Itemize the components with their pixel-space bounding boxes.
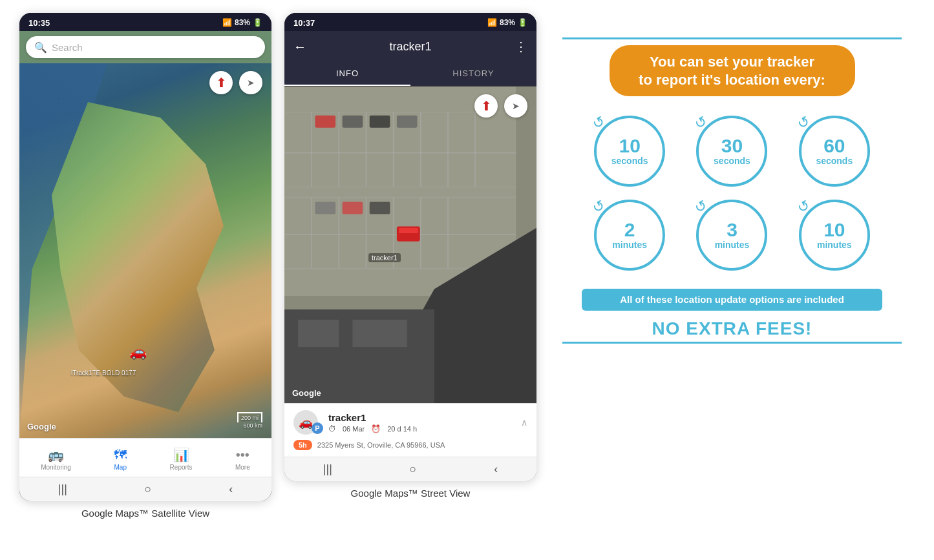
tracker-duration: 20 d 14 h	[387, 425, 417, 433]
circle-arrow-3: ↺	[794, 112, 813, 133]
bottom-line-decoration	[562, 342, 902, 344]
map-satellite-area: ⬆ ➤ 🚗 iTrack1TE BOLD 0177 Google 200 mi …	[19, 63, 271, 438]
nav-map-label: Map	[114, 464, 127, 471]
phone2-status-bar: 10:37 📶 83% 🔋	[284, 13, 536, 31]
svg-rect-29	[315, 202, 335, 214]
circle-arrow-5: ↺	[692, 196, 710, 217]
svg-rect-26	[343, 116, 363, 128]
android-home-btn[interactable]: ○	[145, 482, 152, 496]
android-menu-btn[interactable]: |||	[58, 482, 67, 496]
nav-monitoring[interactable]: 🚌 Monitoring	[41, 447, 71, 471]
phone1-time: 10:35	[28, 18, 50, 28]
more-options-icon[interactable]: ⋮	[515, 39, 527, 54]
scroll-up-icon[interactable]: ∧	[521, 417, 527, 428]
compass2-icon[interactable]: ⬆	[474, 94, 498, 118]
top-line-decoration	[562, 37, 902, 39]
search-icon: 🔍	[35, 41, 47, 53]
compass-icon[interactable]: ⬆	[209, 71, 233, 94]
circle-10m: ↺ 10 minutes	[787, 200, 882, 271]
info-headline: You can set your tracker to report it's …	[628, 53, 837, 88]
search-placeholder: Search	[52, 42, 83, 53]
nav-reports[interactable]: 📊 Reports	[170, 447, 193, 471]
android-home-btn2[interactable]: ○	[410, 462, 417, 476]
circle-60s: ↺ 60 seconds	[787, 116, 882, 187]
phone2-caption: Google Maps™ Street View	[284, 488, 536, 499]
back-icon[interactable]: ←	[293, 39, 306, 54]
svg-rect-31	[370, 202, 390, 214]
google-logo2: Google	[292, 388, 321, 398]
info-included-text: All of these location update options are…	[620, 294, 844, 305]
nav-map[interactable]: 🗺 Map	[114, 448, 127, 471]
android-back-btn2[interactable]: ‹	[494, 462, 498, 476]
tracker-time-badge: 5h	[293, 440, 312, 450]
tracker-name: tracker1	[328, 412, 417, 423]
phone2-mockup: 10:37 📶 83% 🔋 ← tracker1 ⋮ INFO HISTORY	[284, 13, 536, 481]
phone2-header: ← tracker1 ⋮	[284, 31, 536, 62]
nav-more-label: More	[235, 464, 250, 471]
circle-3m: ↺ 3 minutes	[684, 200, 780, 271]
tracker-map-label: tracker1	[368, 253, 401, 262]
info-included-box: All of these location update options are…	[582, 289, 882, 311]
android-back-btn[interactable]: ‹	[229, 482, 233, 496]
circle-arrow-6: ↺	[794, 196, 813, 217]
phone1-battery-icon: 🔋	[253, 18, 262, 27]
circles-grid: ↺ 10 seconds ↺ 30 seconds ↺	[582, 116, 882, 271]
svg-rect-27	[370, 116, 390, 128]
map-device-label: iTrack1TE BOLD 0177	[71, 369, 136, 377]
phone1-caption: Google Maps™ Satellite View	[19, 508, 271, 519]
phone2-time: 10:37	[293, 18, 315, 28]
map-street-area: ⬆ ➤ tracker1 Google	[284, 87, 536, 403]
tracker-info-panel: 🚗 P tracker1 ⏱ 06 Mar ⏰ 20 d 14 h	[284, 403, 536, 457]
bottom-nav: 🚌 Monitoring 🗺 Map 📊 Reports ••• More	[19, 438, 271, 477]
nav-reports-label: Reports	[170, 464, 193, 471]
info-no-fees: NO EXTRA FEES!	[582, 318, 882, 339]
svg-rect-30	[343, 202, 363, 214]
circle-arrow-1: ↺	[589, 112, 608, 133]
map-scale: 200 mi 600 km	[237, 412, 262, 429]
tracker-date: 06 Mar	[343, 425, 365, 433]
google-logo: Google	[27, 422, 56, 431]
tracker-title: tracker1	[389, 40, 431, 54]
map-icon: 🗺	[114, 448, 127, 462]
android-menu-btn2[interactable]: |||	[323, 462, 332, 476]
info-card: You can set your tracker to report it's …	[562, 26, 902, 355]
phone1-search-bar[interactable]: 🔍 Search	[26, 36, 265, 58]
nav-monitoring-label: Monitoring	[41, 464, 71, 471]
phone1-signal: 📶	[222, 18, 232, 27]
more-icon: •••	[236, 448, 249, 462]
location-icon[interactable]: ➤	[239, 71, 262, 94]
android-nav-bar2: ||| ○ ‹	[284, 457, 536, 481]
location2-icon[interactable]: ➤	[504, 94, 527, 118]
svg-rect-28	[397, 116, 418, 128]
phone1-battery: 83%	[235, 18, 250, 27]
reports-icon: 📊	[173, 447, 189, 462]
circle-10s: ↺ 10 seconds	[582, 116, 677, 187]
phone2-signal: 📶	[487, 18, 497, 27]
phone2-tabs: INFO HISTORY	[284, 62, 536, 87]
map-marker: 🚗	[129, 344, 147, 360]
monitoring-icon: 🚌	[48, 447, 64, 462]
tab-info[interactable]: INFO	[284, 62, 410, 86]
svg-rect-25	[315, 116, 335, 128]
tracker-address: 2325 Myers St, Oroville, CA 95966, USA	[317, 441, 527, 449]
tab-history[interactable]: HISTORY	[410, 62, 536, 86]
phone1-status-bar: 10:35 📶 83% 🔋	[19, 13, 271, 31]
tracker-parking-badge: P	[312, 422, 323, 434]
infographic-section: You can set your tracker to report it's …	[549, 13, 915, 355]
svg-rect-23	[298, 320, 339, 347]
circle-2m: ↺ 2 minutes	[582, 200, 677, 271]
phone1-mockup: 10:35 📶 83% 🔋 🔍 Search ⬆	[19, 13, 271, 501]
phone2-battery: 83%	[500, 18, 515, 27]
svg-rect-33	[399, 228, 418, 233]
android-nav-bar: ||| ○ ‹	[19, 477, 271, 501]
circle-30s: ↺ 30 seconds	[684, 116, 780, 187]
svg-rect-24	[352, 320, 407, 347]
circle-arrow-4: ↺	[589, 196, 608, 217]
phone2-battery-icon: 🔋	[518, 18, 527, 27]
circle-arrow-2: ↺	[692, 112, 710, 133]
info-headline-box: You can set your tracker to report it's …	[610, 45, 855, 96]
nav-more[interactable]: ••• More	[235, 448, 250, 471]
